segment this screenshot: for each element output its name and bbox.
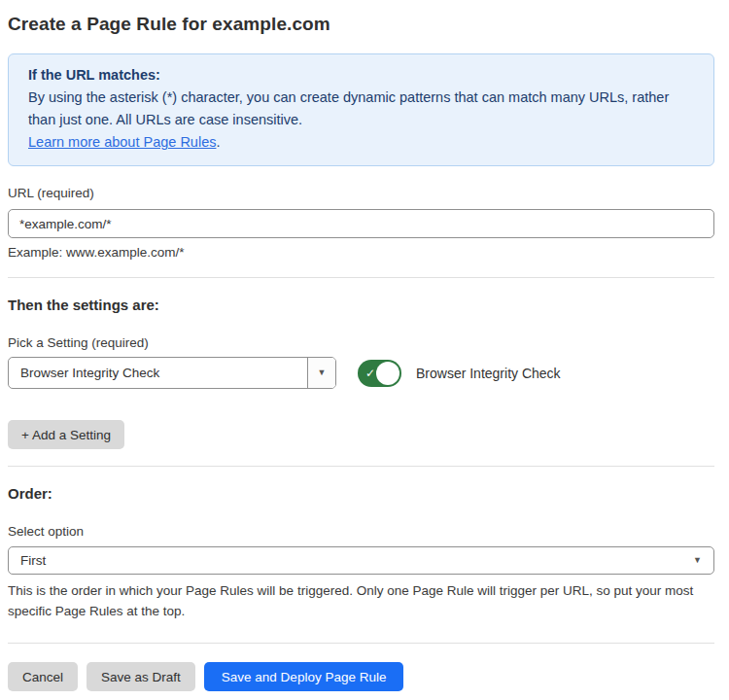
toggle-knob — [376, 362, 399, 385]
divider-url — [8, 277, 714, 278]
info-box-heading: If the URL matches: — [28, 64, 694, 87]
footer-actions: Cancel Save as Draft Save and Deploy Pag… — [8, 662, 714, 691]
link-suffix: . — [216, 134, 220, 150]
add-setting-button[interactable]: + Add a Setting — [8, 420, 124, 449]
divider-footer — [8, 643, 714, 644]
order-section-heading: Order: — [8, 485, 714, 502]
learn-more-link[interactable]: Learn more about Page Rules — [28, 134, 216, 150]
toggle-check-icon: ✓ — [365, 368, 375, 379]
setting-row: Browser Integrity Check ▼ ✓ Browser Inte… — [8, 357, 714, 389]
setting-dropdown-value: Browser Integrity Check — [9, 358, 307, 388]
browser-integrity-toggle[interactable]: ✓ — [358, 360, 401, 387]
pick-setting-label: Pick a Setting (required) — [8, 335, 714, 350]
url-example-text: Example: www.example.com/* — [8, 245, 714, 260]
cancel-button[interactable]: Cancel — [8, 662, 78, 691]
order-select-label: Select option — [8, 524, 714, 539]
order-helper-text: This is the order in which your Page Rul… — [8, 580, 708, 621]
url-match-info-box: If the URL matches: By using the asteris… — [8, 53, 714, 166]
chevron-down-icon: ▼ — [318, 368, 327, 377]
divider-settings — [8, 466, 714, 467]
setting-dropdown-arrow-button[interactable]: ▼ — [307, 358, 335, 388]
settings-section-heading: Then the settings are: — [8, 297, 714, 313]
info-box-link-line: Learn more about Page Rules. — [28, 131, 694, 154]
url-field-label: URL (required) — [8, 186, 714, 200]
order-select[interactable]: First ▼ — [8, 546, 714, 575]
save-draft-button[interactable]: Save as Draft — [87, 662, 195, 691]
page-title: Create a Page Rule for example.com — [8, 14, 714, 35]
save-deploy-button[interactable]: Save and Deploy Page Rule — [204, 662, 404, 691]
setting-dropdown[interactable]: Browser Integrity Check ▼ — [8, 357, 336, 389]
chevron-down-icon: ▼ — [693, 556, 702, 565]
info-box-body: By using the asterisk (*) character, you… — [28, 87, 694, 131]
url-input[interactable] — [8, 209, 714, 238]
toggle-label: Browser Integrity Check — [416, 366, 561, 381]
page-rule-form: Create a Page Rule for example.com If th… — [0, 14, 729, 691]
order-select-value: First — [20, 553, 693, 568]
